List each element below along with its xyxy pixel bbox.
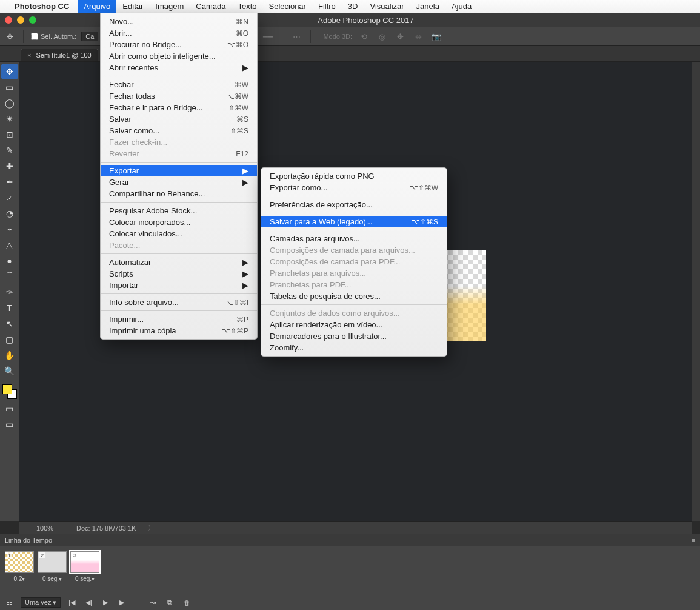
auto-select-target[interactable]: Ca (81, 32, 98, 41)
tool-16[interactable]: ↖ (1, 317, 18, 331)
menu-item[interactable]: Abrir...⌘O (101, 27, 257, 39)
menubar-item-selecionar[interactable]: Selecionar (263, 0, 312, 13)
tool-2[interactable]: ◯ (1, 96, 18, 110)
frame-delay[interactable]: 0,2▾ (5, 575, 34, 582)
auto-select-checkbox[interactable]: Sel. Autom.: (31, 33, 76, 40)
zoom-window-icon[interactable] (29, 16, 36, 24)
tool-4[interactable]: ⊡ (1, 127, 18, 142)
menu-item[interactable]: Tabelas de pesquisa de cores... (261, 290, 447, 302)
menu-item[interactable]: Abrir como objeto inteligente... (101, 50, 257, 62)
menubar-item-ajuda[interactable]: Ajuda (445, 0, 478, 13)
menu-item[interactable]: Gerar▶ (101, 176, 257, 188)
tool-5[interactable]: ✎ (1, 143, 18, 158)
document-tab[interactable]: × Sem título1 @ 100 (21, 49, 98, 61)
menubar-item-arquivo[interactable]: Arquivo (78, 0, 116, 13)
close-window-icon[interactable] (5, 16, 12, 24)
menu-item[interactable]: Aplicar renderização em vídeo... (261, 319, 447, 330)
menubar-item-imagem[interactable]: Imagem (149, 0, 190, 13)
menu-item[interactable]: Exportar▶ (101, 165, 257, 176)
menu-item[interactable]: Imprimir...⌘P (101, 313, 257, 325)
3d-orbit-icon[interactable]: ⟲ (357, 30, 370, 43)
tool-10[interactable]: ⌁ (1, 222, 18, 236)
right-panel-gutter[interactable] (692, 62, 700, 521)
app-name[interactable]: Photoshop CC (15, 2, 69, 11)
menu-item[interactable]: Fechar todas⌥⌘W (101, 90, 257, 102)
timeline-frame[interactable]: 10,2▾ (5, 551, 34, 582)
menu-item[interactable]: Colocar incorporados... (101, 216, 257, 228)
doc-size[interactable]: Doc: 175,8K/703,1K (76, 525, 136, 532)
panel-menu-icon[interactable]: ≡ (692, 537, 695, 544)
frame-delay[interactable]: 0 seg.▾ (38, 575, 67, 582)
tool-3[interactable]: ✴ (1, 112, 18, 126)
menubar-item-3d[interactable]: 3D (342, 0, 364, 13)
menu-item[interactable]: Salvar como...⇧⌘S (101, 125, 257, 136)
menubar-item-texto[interactable]: Texto (232, 0, 262, 13)
frame-delay[interactable]: 0 seg.▾ (70, 575, 99, 582)
quick-mask-icon[interactable]: ▭ (1, 401, 18, 416)
tool-7[interactable]: ✒ (1, 175, 18, 189)
first-frame-button[interactable]: |◀ (65, 598, 78, 606)
tool-18[interactable]: ✋ (1, 348, 18, 363)
close-tab-icon[interactable]: × (27, 52, 31, 59)
tool-13[interactable]: ⌒ (1, 269, 18, 284)
tool-19[interactable]: 🔍 (1, 364, 18, 378)
timeline-convert-icon[interactable]: ☷ (4, 598, 16, 606)
menubar-item-visualizar[interactable]: Visualizar (364, 0, 410, 13)
play-button[interactable]: ▶ (99, 598, 112, 606)
menu-item[interactable]: Pesquisar Adobe Stock... (101, 205, 257, 216)
color-swatches[interactable] (1, 383, 18, 400)
menu-item[interactable]: Salvar⌘S (101, 113, 257, 125)
3d-roll-icon[interactable]: ◎ (375, 30, 388, 43)
menu-item[interactable]: Scripts▶ (101, 268, 257, 280)
screen-mode-icon[interactable]: ▭ (1, 417, 18, 432)
tool-6[interactable]: ✚ (1, 159, 18, 173)
delete-frame-button[interactable]: 🗑 (181, 599, 193, 606)
menu-item[interactable]: Demarcadores para o Illustrator... (261, 330, 447, 342)
menu-item[interactable]: Procurar no Bridge...⌥⌘O (101, 39, 257, 50)
tool-15[interactable]: T (1, 301, 18, 315)
timeline-frame[interactable]: 20 seg.▾ (38, 551, 67, 582)
menu-item[interactable]: Fechar⌘W (101, 79, 257, 90)
minimize-window-icon[interactable] (17, 16, 24, 24)
menu-item[interactable]: Imprimir uma cópia⌥⇧⌘P (101, 325, 257, 337)
tool-14[interactable]: ✑ (1, 285, 18, 300)
foreground-color[interactable] (2, 384, 12, 394)
menu-item[interactable]: Zoomify... (261, 342, 447, 354)
menu-item[interactable]: Importar▶ (101, 280, 257, 291)
3d-slide-icon[interactable]: ⇔ (412, 30, 425, 43)
menubar-item-janela[interactable]: Janela (410, 0, 445, 13)
menu-item[interactable]: Info sobre arquivo...⌥⇧⌘I (101, 297, 257, 308)
loop-select[interactable]: Uma vez ▾ (21, 597, 61, 608)
menu-item[interactable]: Colocar vinculados... (101, 228, 257, 240)
tool-0[interactable]: ✥ (1, 64, 18, 79)
menu-item[interactable]: Fechar e ir para o Bridge...⇧⌘W (101, 102, 257, 113)
status-caret-icon[interactable]: 〉 (148, 523, 155, 532)
menu-item[interactable]: Novo...⌘N (101, 16, 257, 27)
duplicate-frame-button[interactable]: ⧉ (164, 598, 176, 606)
menu-item[interactable]: Abrir recentes▶ (101, 62, 257, 73)
menubar-item-editar[interactable]: Editar (116, 0, 149, 13)
menu-item[interactable]: Exportar como...⌥⇧⌘W (261, 182, 447, 193)
tool-17[interactable]: ▢ (1, 332, 18, 347)
tool-8[interactable]: ⟋ (1, 190, 18, 205)
tool-9[interactable]: ◔ (1, 206, 18, 221)
menu-item[interactable]: Exportação rápida como PNG (261, 170, 447, 182)
menu-item[interactable]: Preferências de exportação... (261, 199, 447, 210)
menubar-item-camada[interactable]: Camada (190, 0, 232, 13)
prev-frame-button[interactable]: ◀| (82, 598, 95, 606)
tween-button[interactable]: ↝ (147, 598, 159, 606)
timeline-frame[interactable]: 30 seg.▾ (70, 551, 99, 582)
3d-pan-icon[interactable]: ✥ (393, 30, 407, 43)
menu-item[interactable]: Salvar para a Web (legado)...⌥⇧⌘S (261, 216, 447, 227)
menu-item[interactable]: Automatizar▶ (101, 256, 257, 268)
menu-item[interactable]: Camadas para arquivos... (261, 233, 447, 244)
menubar-item-filtro[interactable]: Filtro (312, 0, 342, 13)
tool-1[interactable]: ▭ (1, 80, 18, 95)
menu-item[interactable]: Compartilhar no Behance... (101, 188, 257, 199)
tool-12[interactable]: ● (1, 253, 18, 268)
3d-camera-icon[interactable]: 📷 (430, 30, 443, 43)
zoom-level[interactable]: 100% (25, 525, 64, 532)
align-more-icon[interactable]: ⋯ (290, 30, 303, 43)
distribute-v-icon[interactable]: ━━ (261, 30, 275, 43)
tool-11[interactable]: △ (1, 238, 18, 252)
